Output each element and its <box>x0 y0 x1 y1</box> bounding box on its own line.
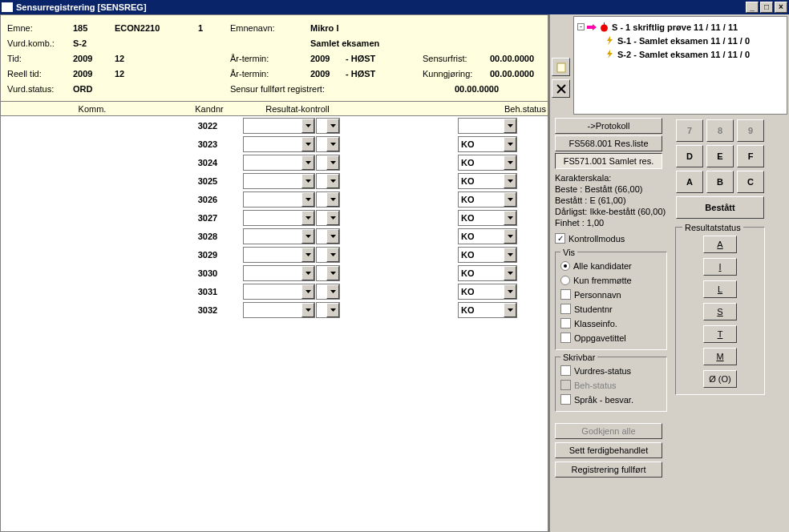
result-dropdown-2[interactable] <box>316 136 340 152</box>
dropdown-arrow-icon[interactable] <box>504 137 516 151</box>
result-dropdown-2[interactable] <box>316 210 340 226</box>
minimize-button[interactable]: _ <box>746 2 759 13</box>
student-checkbox[interactable] <box>560 304 571 314</box>
close-button[interactable]: × <box>775 2 787 13</box>
result-dropdown-1[interactable] <box>243 155 315 171</box>
dropdown-arrow-icon[interactable] <box>326 119 339 133</box>
dropdown-arrow-icon[interactable] <box>504 155 516 170</box>
dropdown-arrow-icon[interactable] <box>326 174 339 188</box>
dropdown-arrow-icon[interactable] <box>504 211 516 225</box>
dropdown-arrow-icon[interactable] <box>301 284 314 299</box>
res-m[interactable]: M <box>703 348 737 365</box>
behstatus-dropdown[interactable]: KO <box>458 155 517 171</box>
result-dropdown-2[interactable] <box>316 155 340 171</box>
fs571-button[interactable]: FS571.001 Samlet res. <box>555 153 662 169</box>
res-i[interactable]: I <box>703 258 737 276</box>
alle-radio[interactable] <box>560 261 570 271</box>
behstatus-dropdown[interactable]: KO <box>458 173 517 189</box>
klasse-checkbox[interactable] <box>560 318 571 328</box>
dropdown-arrow-icon[interactable] <box>504 266 516 280</box>
dropdown-arrow-icon[interactable] <box>504 174 516 188</box>
result-dropdown-1[interactable] <box>243 136 315 152</box>
key-c[interactable]: C <box>737 171 764 193</box>
dropdown-arrow-icon[interactable] <box>504 284 516 299</box>
dropdown-arrow-icon[interactable] <box>326 192 339 207</box>
result-dropdown-2[interactable] <box>316 265 340 281</box>
key-9[interactable]: 9 <box>737 119 764 142</box>
behstatus-dropdown[interactable]: KO <box>458 136 517 152</box>
result-dropdown-1[interactable] <box>243 118 315 134</box>
dropdown-arrow-icon[interactable] <box>301 119 314 133</box>
dropdown-arrow-icon[interactable] <box>504 303 516 317</box>
dropdown-arrow-icon[interactable] <box>326 303 339 317</box>
dropdown-arrow-icon[interactable] <box>326 211 339 225</box>
person-checkbox[interactable] <box>560 289 571 300</box>
dropdown-arrow-icon[interactable] <box>301 211 314 225</box>
maximize-button[interactable]: □ <box>760 2 773 13</box>
behstatus-dropdown[interactable]: KO <box>458 284 517 300</box>
tree-node-s2[interactable]: S-2 - Samlet eksamen 11 / 11 / 0 <box>577 47 783 61</box>
kontrollmodus-checkbox[interactable]: ✓ <box>555 233 565 244</box>
dropdown-arrow-icon[interactable] <box>326 155 339 170</box>
res-a[interactable]: A <box>703 236 737 253</box>
res-o[interactable]: Ø (O) <box>703 370 737 388</box>
dropdown-arrow-icon[interactable] <box>504 229 516 244</box>
behstatus-dropdown[interactable]: KO <box>458 302 517 318</box>
dropdown-arrow-icon[interactable] <box>301 155 314 170</box>
res-l[interactable]: L <box>703 280 737 298</box>
result-dropdown-2[interactable] <box>316 191 340 208</box>
res-t[interactable]: T <box>703 325 737 343</box>
behstatus-dropdown[interactable]: KO <box>458 228 517 244</box>
note-button[interactable] <box>552 58 570 76</box>
oppg-checkbox[interactable] <box>560 332 571 343</box>
tree-node-root[interactable]: - S - 1 skriftlig prøve 11 / 11 / 11 <box>577 20 783 34</box>
dropdown-arrow-icon[interactable] <box>326 229 339 244</box>
behstatus-dropdown[interactable]: KO <box>458 265 517 281</box>
key-7[interactable]: 7 <box>676 119 703 142</box>
result-dropdown-2[interactable] <box>316 118 340 134</box>
key-e[interactable]: E <box>706 145 734 167</box>
result-dropdown-2[interactable] <box>316 284 340 300</box>
godkjenn-button[interactable]: Godkjenn alle <box>555 423 662 439</box>
result-dropdown-1[interactable] <box>243 191 315 208</box>
reg-button[interactable]: Registrering fullført <box>555 461 662 478</box>
x-button[interactable] <box>552 79 570 98</box>
result-dropdown-2[interactable] <box>316 173 340 189</box>
result-dropdown-1[interactable] <box>243 173 315 189</box>
dropdown-arrow-icon[interactable] <box>504 248 516 262</box>
key-bestatt[interactable]: Bestått <box>676 196 764 219</box>
sett-button[interactable]: Sett ferdigbehandlet <box>555 442 662 458</box>
dropdown-arrow-icon[interactable] <box>504 119 516 133</box>
result-dropdown-2[interactable] <box>316 228 340 244</box>
dropdown-arrow-icon[interactable] <box>301 248 314 262</box>
behstatus-dropdown[interactable]: KO <box>458 247 517 263</box>
dropdown-arrow-icon[interactable] <box>326 284 339 299</box>
dropdown-arrow-icon[interactable] <box>326 248 339 262</box>
result-dropdown-1[interactable] <box>243 228 315 244</box>
result-dropdown-1[interactable] <box>243 302 315 318</box>
sprak-checkbox[interactable] <box>560 394 571 405</box>
dropdown-arrow-icon[interactable] <box>301 192 314 207</box>
dropdown-arrow-icon[interactable] <box>301 266 314 280</box>
kun-radio[interactable] <box>560 276 570 285</box>
result-dropdown-2[interactable] <box>316 302 340 318</box>
behstatus-dropdown[interactable]: KO <box>458 210 517 226</box>
dropdown-arrow-icon[interactable] <box>504 192 516 207</box>
result-dropdown-1[interactable] <box>243 210 315 226</box>
collapse-icon[interactable]: - <box>577 23 585 30</box>
behstatus-dropdown[interactable] <box>458 118 517 134</box>
key-b[interactable]: B <box>706 171 734 193</box>
result-dropdown-1[interactable] <box>243 284 315 300</box>
protokoll-button[interactable]: ->Protokoll <box>555 118 662 134</box>
tree-view[interactable]: - S - 1 skriftlig prøve 11 / 11 / 11 S-1… <box>573 16 787 115</box>
result-dropdown-2[interactable] <box>316 247 340 263</box>
dropdown-arrow-icon[interactable] <box>326 137 339 151</box>
fs568-button[interactable]: FS568.001 Res.liste <box>555 135 662 151</box>
result-dropdown-1[interactable] <box>243 247 315 263</box>
res-s[interactable]: S <box>703 303 737 320</box>
key-a[interactable]: A <box>676 171 703 193</box>
key-d[interactable]: D <box>676 145 703 167</box>
dropdown-arrow-icon[interactable] <box>301 137 314 151</box>
dropdown-arrow-icon[interactable] <box>301 229 314 244</box>
result-dropdown-1[interactable] <box>243 265 315 281</box>
